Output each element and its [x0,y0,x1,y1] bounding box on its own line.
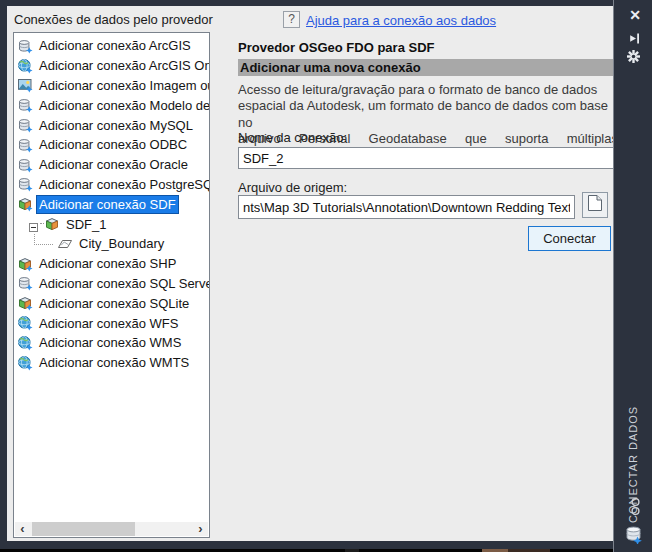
tree-item-sdf-1[interactable]: SDF_1 [14,214,209,234]
tree-item-adicionar-conex-o-sdf[interactable]: Adicionar conexão SDF [14,194,209,214]
scrollbar-thumb[interactable] [32,522,135,536]
palette-frame-top [0,0,652,6]
tree-item-label: Adicionar conexão Imagem ou superfície r… [37,77,209,94]
globe-add-icon [17,315,33,331]
provider-title: Provedor OSGeo FDO para SDF [238,40,435,55]
database-add-icon [17,157,33,173]
description-line: Acesso de leitura/gravação para o format… [238,82,618,98]
data-connect-palette: Conexões de dados pelo provedor Adiciona… [0,0,652,552]
polygon-icon [57,236,73,252]
tree-item-label: Adicionar conexão SQLite [37,295,191,312]
cube-add-icon [17,295,33,311]
tree-item-label: SDF_1 [64,216,108,233]
tree-collapse-icon[interactable] [29,220,38,229]
tree-item-adicionar-conex-o-odbc[interactable]: Adicionar conexão ODBC [14,135,209,155]
database-add-icon [17,38,33,54]
file-page-icon [587,194,603,216]
tree-item-adicionar-conex-o-mysql[interactable]: Adicionar conexão MySQL [14,115,209,135]
source-file-label: Arquivo de origem: [238,180,347,195]
palette-frame-left [0,0,7,552]
tree-item-adicionar-conex-o-wmts[interactable]: Adicionar conexão WMTS [14,353,209,373]
tree-item-adicionar-conex-o-modelo-de-ind-stria[interactable]: Adicionar conexão Modelo de indústria [14,95,209,115]
cube-add-icon [17,196,33,212]
tree-item-adicionar-conex-o-arcgis-online[interactable]: Adicionar conexão ArcGIS Online [14,56,209,76]
close-icon[interactable]: ✕ [627,7,643,23]
help-icon[interactable]: ? [283,11,300,28]
tree-item-adicionar-conex-o-arcgis[interactable]: Adicionar conexão ArcGIS [14,36,209,56]
data-connect-icon [624,524,644,544]
tree-item-label: Adicionar conexão ODBC [37,136,189,153]
globe-add-icon [17,58,33,74]
help-link[interactable]: Ajuda para a conexão aos dados [306,13,496,28]
tree-item-label: Adicionar conexão Modelo de indústria [37,97,209,114]
tree-item-label: Adicionar conexão MySQL [37,117,195,134]
horizontal-scrollbar[interactable]: ‹ › [15,522,208,536]
database-add-icon [17,97,33,113]
tree-item-adicionar-conex-o-wms[interactable]: Adicionar conexão WMS [14,333,209,353]
tree-item-label: Adicionar conexão SQL Server Spatial [37,275,209,292]
connection-name-label: Nome da conexão: [238,130,347,145]
tree-item-label: Adicionar conexão Oracle [37,156,190,173]
tree-connector-line [34,234,53,245]
tree-item-label: City_Boundary [77,235,166,252]
tree-item-adicionar-conex-o-wfs[interactable]: Adicionar conexão WFS [14,313,209,333]
connection-name-input[interactable] [238,147,616,169]
database-add-icon [17,137,33,153]
tree-item-city-boundary[interactable]: City_Boundary [14,234,209,254]
scroll-left-icon[interactable]: ‹ [15,522,30,536]
raster-add-icon [17,77,33,93]
provider-tree: Adicionar conexão ArcGISAdicionar conexã… [14,36,209,373]
description-line: espacial da Autodesk, um formato de banc… [238,98,618,131]
handle-circles-icon [629,497,642,517]
provider-list-header: Conexões de dados pelo provedor [14,12,213,27]
provider-list-box[interactable]: Adicionar conexão ArcGISAdicionar conexã… [13,32,210,538]
tree-item-adicionar-conex-o-sqlite[interactable]: Adicionar conexão SQLite [14,293,209,313]
tree-item-label: Adicionar conexão WMTS [37,354,191,371]
section-header: Adicionar uma nova conexão [238,59,614,76]
tree-item-label: Adicionar conexão ArcGIS [37,37,193,54]
database-add-icon [17,176,33,192]
cube-add-icon [17,256,33,272]
tree-item-adicionar-conex-o-imagem-ou-superf-cie-raster[interactable]: Adicionar conexão Imagem ou superfície r… [14,76,209,96]
scroll-right-icon[interactable]: › [193,522,208,536]
tree-item-adicionar-conex-o-shp[interactable]: Adicionar conexão SHP [14,254,209,274]
globe-add-icon [17,335,33,351]
tree-item-label: Adicionar conexão WMS [37,334,183,351]
database-add-icon [17,275,33,291]
tree-item-label: Adicionar conexão SDF [37,196,178,213]
connect-button[interactable]: Conectar [528,226,611,251]
tree-item-label: Adicionar conexão SHP [37,255,178,272]
globe-add-icon [17,355,33,371]
database-add-icon [17,117,33,133]
tree-item-adicionar-conex-o-sql-server-spatial[interactable]: Adicionar conexão SQL Server Spatial [14,274,209,294]
tree-item-adicionar-conex-o-oracle[interactable]: Adicionar conexão Oracle [14,155,209,175]
source-file-input[interactable] [238,195,575,219]
properties-gear-icon[interactable] [626,49,641,64]
tree-item-label: Adicionar conexão PostgreSQL [37,176,209,193]
auto-hide-pin-icon[interactable] [628,31,641,44]
tree-item-label: Adicionar conexão ArcGIS Online [37,57,209,74]
scrollbar-track[interactable] [30,522,193,536]
cube-icon [44,216,60,232]
tree-item-adicionar-conex-o-postgresql[interactable]: Adicionar conexão PostgreSQL [14,175,209,195]
browse-file-button[interactable] [582,192,608,218]
tree-item-label: Adicionar conexão WFS [37,315,180,332]
